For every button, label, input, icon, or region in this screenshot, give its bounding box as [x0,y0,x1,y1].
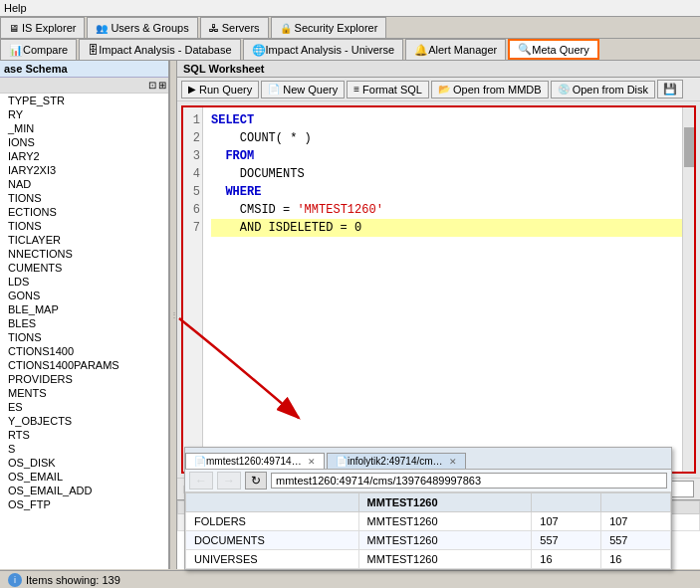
tab-meta-query[interactable]: 🔍 Meta Query [508,39,598,60]
tab-alert-manager[interactable]: 🔔 Alert Manager [405,39,506,60]
line-num-5: 5 [185,183,200,201]
sidebar-item[interactable]: _MIN [0,121,168,135]
tab-impact-universe[interactable]: 🌐 Impact Analysis - Universe [243,39,404,60]
sidebar-expand-icon[interactable]: ⊞ [158,80,166,91]
browser-panel: 📄 mmtest1260:49714/cms/1 ✕ 📄 infolytik2:… [184,447,672,570]
run-query-icon: ▶ [188,84,196,95]
sidebar-item[interactable]: TIONS [0,191,168,205]
line-num-6: 6 [185,201,200,219]
sql-line-2: COUNT( * ) [211,129,686,147]
tab-is-explorer[interactable]: 🖥 IS Explorer [0,17,85,38]
tab-impact-db[interactable]: 🗄 Impact Analysis - Database [79,39,240,60]
sidebar-item[interactable]: OS_FTP [0,497,168,511]
sidebar-item[interactable]: OS_DISK [0,456,168,470]
impact-db-icon: 🗄 [88,44,99,56]
sidebar-resize-handle[interactable]: ⋮ [169,61,177,569]
tab-security-explorer[interactable]: 🔒 Security Explorer [271,17,387,38]
sidebar-resize-icon[interactable]: ⊡ [148,80,156,91]
browser-content-table: MMTEST1260 FOLDERS MMTEST1260 107 107 DO… [185,492,671,569]
browser-tab-2[interactable]: 📄 infolytik2:49714/cms/139... ✕ [327,453,466,469]
sidebar-item[interactable]: IONS [0,135,168,149]
sql-editor-container: 1 2 3 4 5 6 7 SELECT COUNT( * ) FROM [181,105,696,474]
users-groups-icon: 👥 [96,23,108,34]
sidebar-item[interactable]: CTIONS1400PARAMS [0,358,168,372]
save-icon: 💾 [663,83,677,96]
scrollbar-thumb[interactable] [684,127,694,167]
new-query-button[interactable]: 📄 New Query [261,81,345,98]
menu-help[interactable]: Help [4,2,27,14]
items-showing: Items showing: 139 [26,574,120,586]
format-sql-button[interactable]: ≡ Format SQL [347,81,429,98]
back-button[interactable]: ← [189,472,213,490]
sidebar-item[interactable]: BLE_MAP [0,302,168,316]
sidebar-item[interactable]: PROVIDERS [0,372,168,386]
tab-users-groups[interactable]: 👥 Users & Groups [87,17,197,38]
browser-tabs: 📄 mmtest1260:49714/cms/1 ✕ 📄 infolytik2:… [185,448,671,470]
sidebar-item[interactable]: ES [0,400,168,414]
browser-tab-2-close[interactable]: ✕ [449,457,457,467]
open-mmdb-button[interactable]: 📂 Open from MMDB [431,81,549,98]
open-disk-icon: 💿 [558,84,570,95]
new-query-icon: 📄 [268,84,280,95]
line-num-4: 4 [185,165,200,183]
documents-server: MMTEST1260 [358,531,532,550]
run-query-button[interactable]: ▶ Run Query [181,81,259,98]
sidebar-item[interactable]: NNECTIONS [0,247,168,261]
impact-universe-icon: 🌐 [252,44,266,57]
sidebar-item[interactable]: IARY2 [0,149,168,163]
universes-val1: 16 [532,550,601,569]
sidebar-header: ase Schema [0,61,168,78]
sidebar-item[interactable]: CTIONS1400 [0,344,168,358]
line-num-2: 2 [185,129,200,147]
editor-scrollbar[interactable] [682,107,694,472]
sidebar-item[interactable]: S [0,442,168,456]
sidebar-item[interactable]: RY [0,107,168,121]
sidebar-item[interactable]: OS_EMAIL_ADD [0,484,168,497]
sql-line-5: WHERE [211,183,686,201]
col-val1-header [532,493,601,512]
sql-editor-scroll[interactable]: 1 2 3 4 5 6 7 SELECT COUNT( * ) FROM [183,107,694,472]
left-sidebar: ase Schema ⊡ ⊞ TYPE_STR RY _MIN IONS IAR… [0,61,169,569]
sidebar-item[interactable]: BLES [0,316,168,330]
open-mmdb-icon: 📂 [438,84,450,95]
tab-servers[interactable]: 🖧 Servers [200,17,269,38]
top-tabs-row: 🖥 IS Explorer 👥 Users & Groups 🖧 Servers… [0,17,700,39]
sidebar-item[interactable]: TIONS [0,330,168,344]
universes-server: MMTEST1260 [358,550,532,569]
sidebar-item[interactable]: ECTIONS [0,205,168,219]
sidebar-item[interactable]: CUMENTS [0,261,168,275]
sql-line-3: FROM [211,147,686,165]
documents-type: DOCUMENTS [186,531,359,550]
forward-button[interactable]: → [217,472,241,490]
folders-val1: 107 [532,512,601,531]
browser-tab-icon-2: 📄 [336,456,348,467]
open-disk-button[interactable]: 💿 Open from Disk [551,81,655,98]
sidebar-item[interactable]: TICLAYER [0,233,168,247]
browser-tab-1-close[interactable]: ✕ [308,457,316,467]
url-bar[interactable] [271,473,667,489]
sidebar-item[interactable]: LDS [0,275,168,289]
tab-compare[interactable]: 📊 Compare [0,39,77,60]
meta-query-icon: 🔍 [518,43,532,56]
browser-nav: ← → ↻ [185,470,671,492]
sidebar-item[interactable]: NAD [0,177,168,191]
line-numbers: 1 2 3 4 5 6 7 [183,107,203,472]
universes-type: UNIVERSES [186,550,359,569]
security-icon: 🔒 [280,23,292,34]
sql-line-7: AND ISDELETED = 0 [211,219,686,237]
browser-tab-1[interactable]: 📄 mmtest1260:49714/cms/1 ✕ [185,453,325,469]
sidebar-item[interactable]: TYPE_STR [0,94,168,107]
sidebar-item[interactable]: MENTS [0,386,168,400]
col-server-header: MMTEST1260 [358,493,532,512]
sidebar-item[interactable]: IARY2XI3 [0,163,168,177]
refresh-button[interactable]: ↻ [245,472,267,490]
save-button[interactable]: 💾 [657,80,683,98]
sidebar-item[interactable]: GONS [0,289,168,302]
sidebar-item[interactable]: RTS [0,428,168,442]
worksheet-header: SQL Worksheet [177,61,700,78]
browser-row-folders: FOLDERS MMTEST1260 107 107 [186,512,671,531]
sidebar-item[interactable]: OS_EMAIL [0,470,168,484]
sidebar-item[interactable]: TIONS [0,219,168,233]
sql-content[interactable]: SELECT COUNT( * ) FROM DOCUMENTS WHERE C… [203,107,694,472]
sidebar-item[interactable]: Y_OBJECTS [0,414,168,428]
